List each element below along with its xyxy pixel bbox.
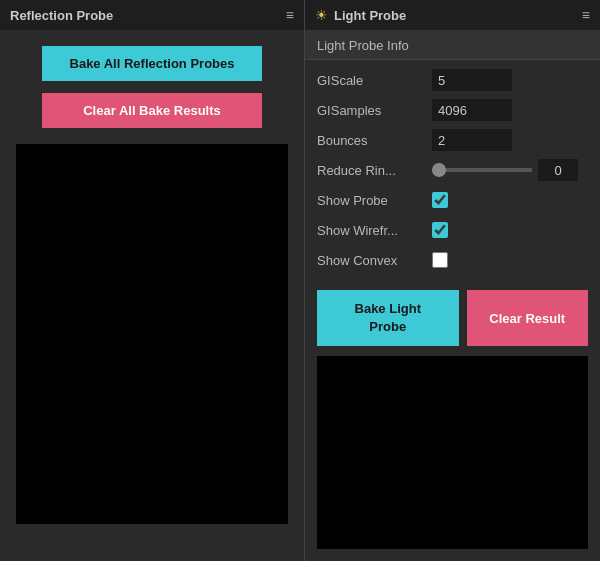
clear-result-button[interactable]: Clear Result bbox=[467, 290, 589, 346]
show-wireframe-checkbox[interactable] bbox=[432, 222, 448, 238]
show-probe-row: Show Probe bbox=[317, 188, 588, 212]
action-buttons-row: Bake Light Probe Clear Result bbox=[305, 280, 600, 356]
bounces-label: Bounces bbox=[317, 133, 432, 148]
show-convex-label: Show Convex bbox=[317, 253, 432, 268]
bounces-input[interactable] bbox=[432, 129, 512, 151]
left-panel-title: Reflection Probe bbox=[10, 8, 113, 23]
clear-all-bake-results-button[interactable]: Clear All Bake Results bbox=[42, 93, 262, 128]
gi-samples-label: GISamples bbox=[317, 103, 432, 118]
reduce-ring-slider[interactable] bbox=[432, 168, 532, 172]
show-wireframe-label: Show Wirefr... bbox=[317, 223, 432, 238]
left-panel-menu-icon[interactable]: ≡ bbox=[286, 7, 294, 23]
gi-samples-row: GISamples bbox=[317, 98, 588, 122]
show-convex-checkbox[interactable] bbox=[432, 252, 448, 268]
bake-all-reflection-probes-button[interactable]: Bake All Reflection Probes bbox=[42, 46, 262, 81]
show-probe-label: Show Probe bbox=[317, 193, 432, 208]
reduce-ring-value[interactable] bbox=[538, 159, 578, 181]
right-header-left: ☀ Light Probe bbox=[315, 7, 406, 23]
gi-scale-row: GIScale bbox=[317, 68, 588, 92]
right-panel-menu-icon[interactable]: ≡ bbox=[582, 7, 590, 23]
right-panel-header: ☀ Light Probe ≡ bbox=[305, 0, 600, 30]
left-panel: Reflection Probe ≡ Bake All Reflection P… bbox=[0, 0, 305, 561]
info-grid: GIScale GISamples Bounces Reduce Rin... … bbox=[305, 60, 600, 280]
right-panel-title: Light Probe bbox=[334, 8, 406, 23]
reduce-ring-label: Reduce Rin... bbox=[317, 163, 432, 178]
show-probe-checkbox[interactable] bbox=[432, 192, 448, 208]
right-preview-box bbox=[317, 356, 588, 549]
left-panel-header: Reflection Probe ≡ bbox=[0, 0, 304, 30]
bounces-row: Bounces bbox=[317, 128, 588, 152]
left-preview-box bbox=[16, 144, 288, 524]
reduce-ring-row: Reduce Rin... bbox=[317, 158, 588, 182]
sun-icon: ☀ bbox=[315, 7, 328, 23]
section-label: Light Probe Info bbox=[305, 30, 600, 60]
gi-scale-input[interactable] bbox=[432, 69, 512, 91]
reduce-ring-slider-group bbox=[432, 159, 578, 181]
gi-samples-input[interactable] bbox=[432, 99, 512, 121]
left-panel-content: Bake All Reflection Probes Clear All Bak… bbox=[0, 30, 304, 540]
gi-scale-label: GIScale bbox=[317, 73, 432, 88]
bake-light-probe-button[interactable]: Bake Light Probe bbox=[317, 290, 459, 346]
right-panel: ☀ Light Probe ≡ Light Probe Info GIScale… bbox=[305, 0, 600, 561]
show-convex-row: Show Convex bbox=[317, 248, 588, 272]
show-wireframe-row: Show Wirefr... bbox=[317, 218, 588, 242]
